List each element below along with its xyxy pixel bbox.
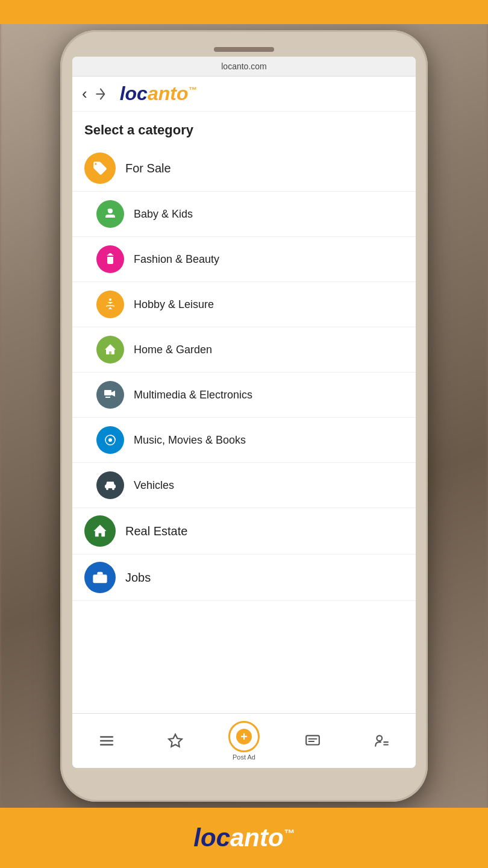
back-button[interactable]: ‹: [82, 84, 87, 103]
baby-kids-label: Baby & Kids: [134, 208, 193, 221]
url-text: locanto.com: [221, 61, 266, 71]
nav-post-ad[interactable]: + Post Ad: [210, 719, 278, 763]
category-multimedia[interactable]: Multimedia & Electronics: [72, 373, 416, 418]
nav-favorites[interactable]: [141, 731, 210, 751]
speaker: [214, 47, 274, 52]
svg-rect-4: [108, 351, 112, 354]
page-title: Select a category: [72, 112, 416, 145]
bottom-nav: + Post Ad: [72, 713, 416, 768]
post-ad-button[interactable]: +: [228, 721, 260, 752]
svg-rect-18: [306, 735, 319, 744]
forward-button[interactable]: [95, 88, 107, 100]
svg-marker-17: [169, 734, 182, 747]
svg-point-8: [108, 438, 112, 442]
browser-nav: ‹ locanto™: [72, 77, 416, 112]
svg-point-10: [106, 488, 108, 490]
fashion-beauty-icon: [96, 245, 124, 273]
music-movies-label: Music, Movies & Books: [134, 434, 246, 447]
nav-messages[interactable]: [278, 731, 347, 751]
jobs-label: Jobs: [125, 571, 151, 585]
svg-point-2: [108, 209, 110, 211]
fashion-beauty-label: Fashion & Beauty: [134, 253, 219, 266]
home-garden-label: Home & Garden: [134, 344, 212, 356]
url-bar: locanto.com: [72, 57, 416, 77]
svg-rect-6: [105, 397, 110, 398]
category-hobby-leisure[interactable]: Hobby & Leisure: [72, 282, 416, 327]
real-estate-icon: [84, 515, 116, 547]
for-sale-label: For Sale: [125, 162, 171, 175]
home-garden-icon: [96, 336, 124, 363]
category-baby-kids[interactable]: Baby & Kids: [72, 192, 416, 237]
nav-menu[interactable]: [72, 731, 141, 751]
content-area: Select a category For Sale: [72, 112, 416, 713]
svg-point-11: [112, 488, 114, 490]
bottom-brand-bar: locanto™: [0, 808, 488, 868]
for-sale-icon: [84, 153, 116, 184]
svg-rect-9: [105, 485, 116, 488]
multimedia-label: Multimedia & Electronics: [134, 389, 252, 401]
hobby-leisure-icon: [96, 291, 124, 318]
phone-frame: locanto.com ‹ locanto™ Select a category: [60, 30, 428, 802]
category-for-sale[interactable]: For Sale: [72, 145, 416, 192]
nav-profile[interactable]: [347, 731, 416, 751]
category-home-garden[interactable]: Home & Garden: [72, 327, 416, 373]
top-bar: [0, 0, 488, 24]
multimedia-icon: [96, 381, 124, 409]
music-movies-icon: [96, 426, 124, 454]
category-real-estate[interactable]: Real Estate: [72, 508, 416, 555]
category-jobs[interactable]: Jobs: [72, 555, 416, 601]
category-vehicles[interactable]: Vehicles: [72, 463, 416, 508]
hobby-leisure-label: Hobby & Leisure: [134, 298, 214, 311]
jobs-icon: [84, 562, 116, 593]
svg-point-19: [377, 735, 382, 741]
phone-screen: locanto.com ‹ locanto™ Select a category: [72, 57, 416, 768]
vehicles-icon: [96, 471, 124, 499]
svg-point-3: [109, 298, 111, 301]
plus-icon: +: [236, 729, 252, 744]
svg-rect-5: [104, 390, 111, 395]
vehicles-label: Vehicles: [134, 479, 174, 492]
logo: locanto™: [120, 83, 197, 105]
real-estate-label: Real Estate: [125, 524, 187, 538]
category-fashion-beauty[interactable]: Fashion & Beauty: [72, 237, 416, 282]
bottom-logo: locanto™: [193, 823, 294, 852]
post-ad-label: Post Ad: [233, 753, 255, 761]
baby-kids-icon: [96, 200, 124, 228]
category-music-movies-books[interactable]: Music, Movies & Books: [72, 418, 416, 463]
